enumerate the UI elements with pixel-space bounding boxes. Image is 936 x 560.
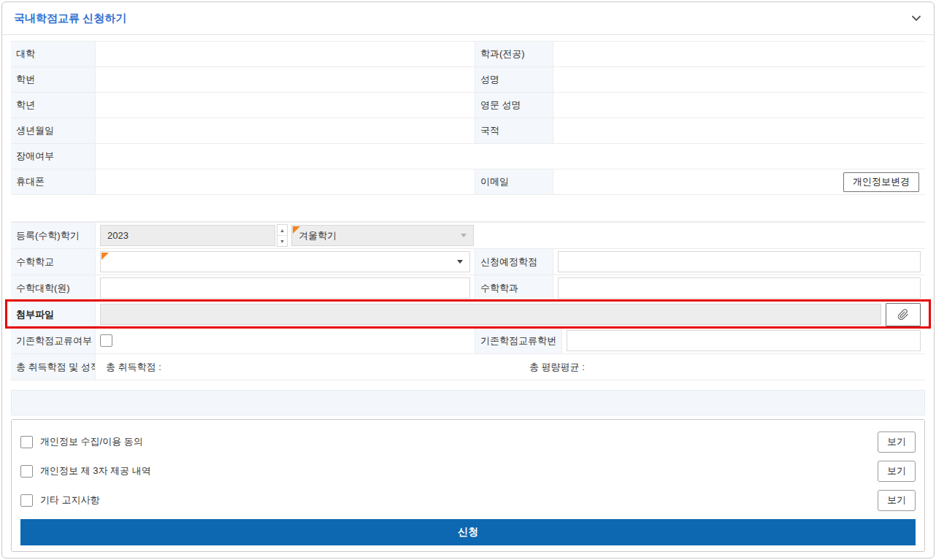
value-mobile bbox=[96, 169, 475, 194]
credit-exchange-panel: 국내학점교류 신청하기 대학 학과(전공) 학번 성명 학년 영문 성명 bbox=[1, 1, 935, 559]
existing-student-id-input[interactable] bbox=[567, 330, 921, 351]
planned-credits-input[interactable] bbox=[558, 251, 921, 272]
privacy-consent-checkbox[interactable] bbox=[20, 436, 33, 448]
agreement-label: 개인정보 수집/이용 동의 bbox=[40, 435, 878, 448]
label-existing-exchange: 기존학점교류여부 bbox=[11, 328, 96, 353]
table-row: 생년월일 국적 bbox=[11, 118, 925, 144]
label-nationality: 국적 bbox=[475, 118, 553, 143]
page-title: 국내학점교류 신청하기 bbox=[14, 12, 126, 26]
agreement-row-other-notices: 기타 고지사항 보기 bbox=[20, 486, 916, 515]
year-spin-down-button[interactable]: ▼ bbox=[277, 236, 287, 246]
edit-personal-info-button[interactable]: 개인정보변경 bbox=[843, 172, 919, 192]
view-other-notices-button[interactable]: 보기 bbox=[878, 490, 916, 511]
table-row: 학번 성명 bbox=[11, 67, 925, 93]
label-name: 성명 bbox=[475, 67, 553, 92]
label-totals: 총 취득학점 및 성적 bbox=[11, 354, 96, 380]
label-english-name: 영문 성명 bbox=[475, 93, 553, 118]
value-nationality bbox=[553, 118, 925, 143]
year-spinner: ▲ ▼ bbox=[277, 224, 288, 247]
attach-file-button[interactable] bbox=[886, 303, 921, 326]
label-study-department: 수학학과 bbox=[475, 275, 553, 301]
semester-controls: ▲ ▼ 겨울학기 bbox=[96, 223, 925, 248]
existing-exchange-checkbox[interactable] bbox=[100, 334, 112, 347]
label-planned-credits: 신청예정학점 bbox=[475, 249, 553, 275]
personal-info-table: 대학 학과(전공) 학번 성명 학년 영문 성명 생년월일 국적 bbox=[11, 41, 925, 195]
study-college-input[interactable] bbox=[100, 277, 470, 299]
table-gap bbox=[11, 195, 925, 222]
study-school-select[interactable] bbox=[100, 251, 470, 272]
table-row: 장애여부 bbox=[11, 144, 925, 169]
label-grade: 학년 bbox=[11, 93, 96, 118]
table-row: 대학 학과(전공) bbox=[11, 42, 925, 67]
agreement-row-third-party: 개인정보 제 3자 제공 내역 보기 bbox=[20, 456, 916, 486]
label-birthdate: 생년월일 bbox=[11, 118, 96, 143]
study-department-input[interactable] bbox=[558, 277, 921, 299]
value-university bbox=[96, 42, 475, 66]
totals-row: 총 취득학점 및 성적 총 취득학점 : 총 평량평균 : bbox=[11, 354, 925, 380]
empty-info-band bbox=[11, 390, 925, 415]
value-disability bbox=[96, 144, 925, 169]
value-name bbox=[553, 67, 925, 92]
total-gpa-text: 총 평량평균 : bbox=[529, 361, 585, 374]
panel-header: 국내학점교류 신청하기 bbox=[2, 2, 934, 35]
chevron-down-icon[interactable] bbox=[910, 12, 922, 24]
agreement-row-privacy-consent: 개인정보 수집/이용 동의 보기 bbox=[20, 427, 916, 456]
study-college-row: 수학대학(원) 수학학과 bbox=[11, 275, 925, 302]
term-select[interactable]: 겨울학기 bbox=[291, 225, 474, 246]
value-birthdate bbox=[96, 118, 475, 143]
label-student-id: 학번 bbox=[11, 67, 96, 92]
label-mobile: 휴대폰 bbox=[11, 169, 96, 194]
table-row: 학년 영문 성명 bbox=[11, 93, 925, 118]
chevron-down-icon bbox=[457, 260, 463, 264]
total-credits-text: 총 취득학점 : bbox=[100, 361, 529, 374]
value-grade bbox=[96, 93, 475, 118]
year-spin-up-button[interactable]: ▲ bbox=[277, 225, 287, 236]
application-form-table: 등록(수학)학기 ▲ ▼ 겨울학기 수학학교 bbox=[11, 222, 925, 380]
submit-application-button[interactable]: 신청 bbox=[20, 519, 916, 545]
value-english-name bbox=[553, 93, 925, 118]
agreements-box: 개인정보 수집/이용 동의 보기 개인정보 제 3자 제공 내역 보기 기타 고… bbox=[11, 419, 925, 552]
other-notices-checkbox[interactable] bbox=[20, 494, 33, 507]
view-third-party-button[interactable]: 보기 bbox=[878, 461, 916, 482]
attachment-row: 첨부파일 bbox=[11, 302, 925, 328]
label-disability: 장애여부 bbox=[11, 144, 96, 169]
label-attachment: 첨부파일 bbox=[11, 302, 96, 327]
value-major bbox=[553, 42, 925, 66]
table-row: 휴대폰 이메일 개인정보변경 bbox=[11, 169, 925, 195]
attachment-filename-input[interactable] bbox=[100, 304, 881, 325]
paperclip-icon bbox=[897, 309, 909, 321]
semester-row: 등록(수학)학기 ▲ ▼ 겨울학기 bbox=[11, 223, 925, 249]
view-privacy-consent-button[interactable]: 보기 bbox=[878, 431, 916, 453]
label-existing-student-id: 기존학점교류학번 bbox=[475, 328, 562, 353]
agreement-label: 개인정보 제 3자 제공 내역 bbox=[40, 464, 878, 477]
label-study-college: 수학대학(원) bbox=[11, 275, 96, 301]
label-email: 이메일 bbox=[475, 169, 553, 194]
third-party-checkbox[interactable] bbox=[20, 465, 33, 477]
label-major: 학과(전공) bbox=[475, 42, 553, 66]
label-study-school: 수학학교 bbox=[11, 249, 96, 275]
value-student-id bbox=[96, 67, 475, 92]
agreement-label: 기타 고지사항 bbox=[40, 494, 878, 507]
value-email: 개인정보변경 bbox=[553, 169, 925, 194]
existing-exchange-row: 기존학점교류여부 기존학점교류학번 bbox=[11, 328, 925, 354]
year-input[interactable] bbox=[100, 225, 275, 246]
term-select-value: 겨울학기 bbox=[299, 229, 337, 242]
chevron-down-icon bbox=[461, 234, 467, 237]
panel-content: 대학 학과(전공) 학번 성명 학년 영문 성명 생년월일 국적 bbox=[2, 35, 934, 552]
label-university: 대학 bbox=[11, 42, 96, 66]
label-semester: 등록(수학)학기 bbox=[11, 223, 96, 248]
study-school-row: 수학학교 신청예정학점 bbox=[11, 249, 925, 275]
section-spacer bbox=[11, 380, 925, 390]
